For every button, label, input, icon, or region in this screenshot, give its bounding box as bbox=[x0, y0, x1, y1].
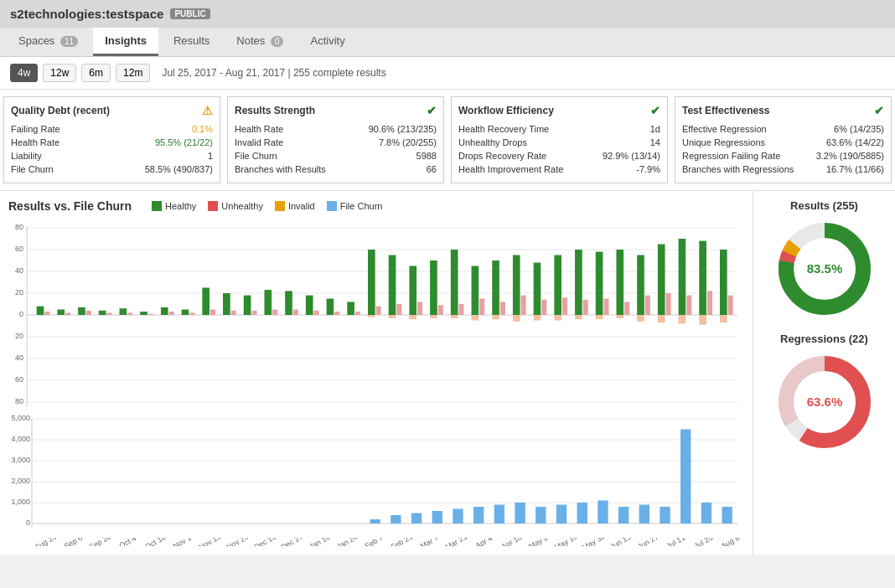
card-label: Health Improvement Rate bbox=[458, 164, 563, 174]
x-label: Jun 13 bbox=[607, 538, 634, 546]
bar-unhealthy bbox=[272, 310, 277, 316]
card-value: 0.1% bbox=[192, 124, 213, 134]
bar-healthy bbox=[472, 266, 479, 316]
card-value: 16.7% (11/66) bbox=[826, 164, 884, 174]
bar-unhealthy bbox=[355, 312, 360, 315]
time-btn-4w[interactable]: 4w bbox=[10, 64, 38, 82]
card-header: Quality Debt (recent)⚠ bbox=[11, 104, 213, 117]
bar-healthy bbox=[658, 245, 665, 316]
nav-insights[interactable]: Insights bbox=[93, 28, 158, 56]
bar-churn bbox=[556, 505, 566, 524]
bar-healthy bbox=[596, 252, 603, 315]
bar-invalid bbox=[472, 315, 479, 321]
x-label: Sep 6 bbox=[59, 538, 86, 546]
card-row-0-2: Liability 1 bbox=[11, 149, 213, 162]
churn-chart-svg: 5,000 4,000 3,000 2,000 1,000 0 bbox=[8, 410, 744, 536]
results-bar-chart: 80 60 40 20 0 20 40 60 80 bbox=[8, 218, 744, 410]
bar-unhealthy bbox=[293, 310, 298, 316]
bar-healthy bbox=[409, 266, 416, 316]
chart-header: Results vs. File Churn Healthy Unhealthy… bbox=[8, 199, 744, 213]
x-label: Apr 4 bbox=[470, 538, 498, 546]
bar-churn bbox=[370, 519, 380, 524]
card-value: 5988 bbox=[416, 151, 437, 161]
card-label: Unique Regressions bbox=[682, 137, 765, 147]
card-value: 90.6% (213/235) bbox=[369, 124, 437, 134]
bar-unhealthy bbox=[86, 311, 91, 315]
bar-churn bbox=[660, 507, 670, 524]
svg-text:4,000: 4,000 bbox=[11, 435, 30, 443]
bar-healthy bbox=[451, 250, 458, 315]
card-header: Results Strength✔ bbox=[235, 104, 437, 117]
card-value: 58.5% (490/837) bbox=[145, 164, 213, 174]
bar-invalid bbox=[554, 315, 561, 321]
card-row-2-0: Health Recovery Time 1d bbox=[458, 122, 660, 136]
x-label: May 2 bbox=[525, 538, 552, 546]
check-icon: ✔ bbox=[874, 104, 884, 117]
bar-healthy bbox=[99, 311, 106, 315]
bar-unhealthy bbox=[583, 300, 588, 315]
svg-text:0: 0 bbox=[26, 518, 30, 527]
bar-unhealthy bbox=[65, 312, 70, 315]
notes-count-badge: 0 bbox=[271, 36, 284, 47]
bar-invalid bbox=[430, 315, 437, 318]
bar-healthy bbox=[679, 239, 686, 315]
public-badge: PUBLIC bbox=[170, 8, 210, 19]
card-value: 1 bbox=[208, 151, 213, 161]
bar-unhealthy bbox=[666, 293, 671, 315]
time-btn-12m[interactable]: 12m bbox=[116, 64, 150, 82]
card-row-2-3: Health Improvement Rate -7.9% bbox=[458, 162, 660, 176]
x-label: Jan 24 bbox=[333, 538, 360, 546]
card-label: Health Rate bbox=[235, 124, 283, 134]
bar-churn bbox=[680, 430, 691, 524]
svg-text:80: 80 bbox=[15, 223, 23, 231]
legend-invalid: Invalid bbox=[275, 201, 315, 211]
nav-notes[interactable]: Notes 0 bbox=[225, 28, 295, 56]
bar-invalid bbox=[575, 315, 582, 319]
time-btn-6m[interactable]: 6m bbox=[81, 64, 111, 82]
bar-unhealthy bbox=[376, 307, 381, 315]
results-pct-label: 83.5% bbox=[806, 261, 842, 276]
metric-card-1: Results Strength✔ Health Rate 90.6% (213… bbox=[227, 96, 444, 183]
nav-results[interactable]: Results bbox=[162, 28, 221, 56]
svg-text:0: 0 bbox=[19, 310, 23, 318]
results-chart-svg: 80 60 40 20 0 20 40 60 80 bbox=[8, 218, 744, 410]
check-icon: ✔ bbox=[650, 104, 660, 117]
x-label: Jul 25 bbox=[689, 538, 717, 546]
bar-healthy bbox=[575, 250, 582, 315]
x-label: Jan 10 bbox=[306, 538, 334, 546]
bar-churn bbox=[639, 505, 649, 524]
main-content: Results vs. File Churn Healthy Unhealthy… bbox=[0, 191, 895, 554]
time-btn-12w[interactable]: 12w bbox=[43, 64, 76, 82]
app-title: s2technologies:testspace bbox=[10, 7, 163, 21]
unhealthy-dot bbox=[208, 201, 218, 211]
x-label: Jun 27 bbox=[634, 538, 662, 546]
card-value: -7.9% bbox=[636, 164, 660, 174]
nav-spaces[interactable]: Spaces 11 bbox=[7, 28, 90, 56]
card-label: Liability bbox=[11, 151, 42, 161]
nav-activity[interactable]: Activity bbox=[298, 28, 356, 56]
bar-healthy bbox=[182, 310, 189, 316]
bar-invalid bbox=[637, 315, 644, 322]
card-row-0-1: Health Rate 95.5% (21/22) bbox=[11, 136, 213, 149]
bar-churn bbox=[494, 505, 504, 524]
bar-healthy bbox=[306, 296, 313, 315]
x-label: Jul 11 bbox=[662, 538, 690, 546]
bar-unhealthy bbox=[686, 296, 691, 315]
card-label: Invalid Rate bbox=[235, 137, 283, 147]
bar-healthy bbox=[430, 260, 437, 315]
card-row-2-1: Unhealthy Drops 14 bbox=[458, 136, 660, 149]
bar-churn bbox=[411, 513, 422, 524]
bar-healthy bbox=[720, 250, 727, 315]
bar-healthy bbox=[554, 255, 561, 316]
card-value: 14 bbox=[650, 137, 660, 147]
legend-healthy: Healthy bbox=[152, 201, 196, 211]
x-label: Nov 1 bbox=[168, 538, 196, 546]
regressions-pct-label: 63.6% bbox=[806, 395, 842, 409]
card-label: Drops Recovery Rate bbox=[458, 151, 546, 161]
svg-text:2,000: 2,000 bbox=[11, 477, 30, 485]
card-value: 66 bbox=[427, 164, 437, 174]
metric-card-2: Workflow Efficiency✔ Health Recovery Tim… bbox=[451, 96, 668, 183]
time-bar: 4w 12w 6m 12m Jul 25, 2017 - Aug 21, 201… bbox=[0, 57, 895, 90]
card-label: Effective Regression bbox=[682, 124, 767, 134]
svg-text:5,000: 5,000 bbox=[11, 414, 30, 422]
